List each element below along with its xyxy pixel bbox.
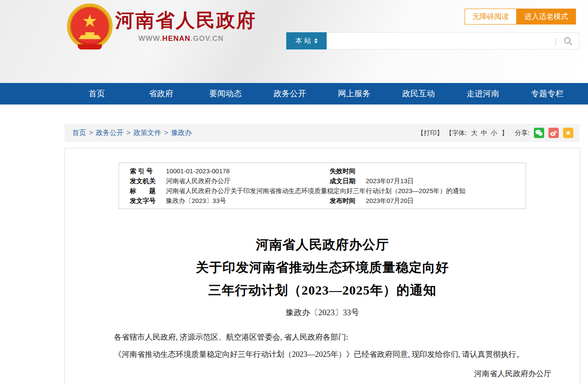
wechat-icon (535, 129, 543, 136)
font-size-label-prefix: 【字体: (446, 129, 467, 137)
document-number: 豫政办〔2023〕33号 (65, 307, 580, 318)
emblem-star-icon: ★ (82, 12, 98, 29)
meta-row: 标 题河南省人民政府办公厅关于印发河南省推动生态环境质量稳定向好三年行动计划（2… (119, 186, 526, 196)
share-qzone-button[interactable]: ★ (563, 128, 573, 138)
header-top-buttons: 无障碍阅读 进入适老模式 (465, 9, 576, 25)
meta-cell: 成文日期2023年07月13日 (330, 176, 526, 186)
document-body: 各省辖市人民政府, 济源示范区、航空港区管委会, 省人民政府各部门:《河南省推动… (98, 329, 546, 362)
breadcrumb-link-1[interactable]: 政务公开 (96, 129, 123, 136)
meta-label: 失效时间 (330, 166, 359, 176)
breadcrumb-bar: 首页>政务公开>政策文件>豫政办 【打印】 【字体: 大中小 】 分享: ★ (64, 124, 579, 142)
meta-cell: 发文字号豫政办〔2023〕33号 (119, 196, 330, 206)
nav-item-3[interactable]: 政务公开 (257, 83, 322, 104)
nav-item-4[interactable]: 网上服务 (322, 83, 386, 104)
signature-date: 2023年7月13日 (65, 381, 580, 384)
document-signoff: 河南省人民政府办公厅 2023年7月13日 (65, 366, 580, 384)
font-size-option-1[interactable]: 中 (481, 129, 487, 136)
font-size-options: 大中小 (469, 129, 499, 137)
meta-cell: 索 引 号10001-01-2023-00178 (119, 166, 330, 176)
share-wechat-button[interactable] (534, 128, 544, 138)
document-title-line-0: 河南省人民政府办公厅 (65, 233, 580, 256)
site-url: WWW.HENAN.GOV.CN (115, 34, 247, 43)
document-title-line-2: 三年行动计划（2023—2025年）的通知 (65, 279, 580, 301)
meta-row: 发文机关河南省人民政府办公厅成文日期2023年07月13日 (119, 176, 526, 186)
search-button[interactable] (557, 33, 579, 49)
weibo-icon (550, 129, 557, 136)
document-paragraph-1: 《河南省推动生态环境质量稳定向好三年行动计划（2023—2025年）》已经省政府… (98, 347, 546, 362)
font-size-option-0[interactable]: 大 (471, 129, 478, 136)
document-card: 索 引 号10001-01-2023-00178失效时间发文机关河南省人民政府办… (64, 148, 580, 384)
print-button[interactable]: 【打印】 (417, 129, 443, 137)
breadcrumb-link-2[interactable]: 政策文件 (134, 129, 161, 136)
qzone-star-icon: ★ (565, 129, 571, 137)
site-url-prefix: WWW. (138, 34, 162, 43)
search-icon (564, 37, 573, 46)
site-url-highlight: HENAN (162, 34, 190, 43)
breadcrumb-separator: > (89, 129, 93, 136)
meta-table: 索 引 号10001-01-2023-00178失效时间发文机关河南省人民政府办… (119, 163, 526, 209)
meta-value: 豫政办〔2023〕33号 (166, 196, 226, 206)
nav-item-7[interactable]: 专题专栏 (515, 83, 579, 104)
meta-label: 索 引 号 (130, 166, 159, 176)
national-emblem-logo: ★ (67, 3, 113, 49)
nav-item-1[interactable]: 省政府 (129, 83, 193, 104)
nav-item-6[interactable]: 走进河南 (451, 83, 515, 104)
nav-item-0[interactable]: 首页 (64, 83, 129, 104)
meta-label: 发文机关 (130, 176, 159, 186)
elderly-mode-button[interactable]: 进入适老模式 (517, 9, 576, 25)
meta-cell: 发文机关河南省人民政府办公厅 (119, 176, 330, 186)
document-title: 河南省人民政府办公厅关于印发河南省推动生态环境质量稳定向好三年行动计划（2023… (65, 233, 580, 301)
signature: 河南省人民政府办公厅 (65, 366, 580, 381)
accessibility-reading-button[interactable]: 无障碍阅读 (465, 9, 517, 25)
page-tools: 【打印】 【字体: 大中小 】 分享: ★ (417, 128, 573, 138)
site-title: 河南省人民政府 (115, 8, 257, 33)
nav-item-2[interactable]: 要闻动态 (193, 83, 258, 104)
font-size-option-2[interactable]: 小 (491, 129, 497, 136)
share-label: 分享: (515, 129, 530, 137)
site-header: ★ 河南省人民政府 WWW.HENAN.GOV.CN 无障碍阅读 进入适老模式 … (0, 0, 588, 83)
breadcrumb-link-0[interactable]: 首页 (72, 129, 86, 136)
meta-row: 发文字号豫政办〔2023〕33号发布时间2023年07月20日 (119, 196, 526, 206)
meta-label: 发文字号 (130, 196, 159, 206)
meta-label: 成文日期 (330, 176, 359, 186)
scope-updown-arrows-icon (314, 38, 318, 43)
search-scope-select[interactable]: 本 站 (286, 32, 327, 49)
nav-item-5[interactable]: 政民互动 (386, 83, 451, 104)
breadcrumb-separator: > (126, 129, 130, 136)
breadcrumb: 首页>政务公开>政策文件>豫政办 (72, 129, 192, 138)
document-title-line-1: 关于印发河南省推动生态环境质量稳定向好 (65, 256, 580, 279)
meta-label: 发布时间 (330, 196, 359, 206)
meta-value: 河南省人民政府办公厅 (166, 176, 230, 186)
meta-value: 2023年07月13日 (366, 176, 414, 186)
font-size-label-suffix: 】 (502, 129, 508, 137)
breadcrumb-link-3[interactable]: 豫政办 (171, 129, 192, 136)
search-input[interactable] (327, 33, 554, 49)
search-scope-label: 本 站 (295, 37, 311, 46)
meta-cell: 标 题河南省人民政府办公厅关于印发河南省推动生态环境质量稳定向好三年行动计划（2… (119, 186, 526, 196)
main-nav-bar: 首页省政府要闻动态政务公开网上服务政民互动走进河南专题专栏 (0, 83, 588, 104)
meta-cell: 失效时间 (330, 166, 526, 176)
emblem-gate-icon (79, 32, 101, 39)
meta-value: 10001-01-2023-00178 (166, 166, 230, 176)
meta-row: 索 引 号10001-01-2023-00178失效时间 (119, 166, 526, 176)
breadcrumb-separator: > (164, 129, 168, 136)
document-paragraph-0: 各省辖市人民政府, 济源示范区、航空港区管委会, 省人民政府各部门: (98, 329, 546, 345)
meta-value: 河南省人民政府办公厅关于印发河南省推动生态环境质量稳定向好三年行动计划（2023… (166, 186, 466, 196)
meta-value: 2023年07月20日 (366, 196, 414, 206)
meta-label: 标 题 (130, 186, 159, 196)
emblem-ribbon (78, 44, 102, 49)
main-nav: 首页省政府要闻动态政务公开网上服务政民互动走进河南专题专栏 (64, 83, 579, 104)
meta-cell: 发布时间2023年07月20日 (330, 196, 526, 206)
search-bar: 本 站 | (286, 32, 579, 49)
share-weibo-button[interactable] (548, 128, 559, 138)
site-url-suffix: .GOV.CN (190, 34, 224, 43)
